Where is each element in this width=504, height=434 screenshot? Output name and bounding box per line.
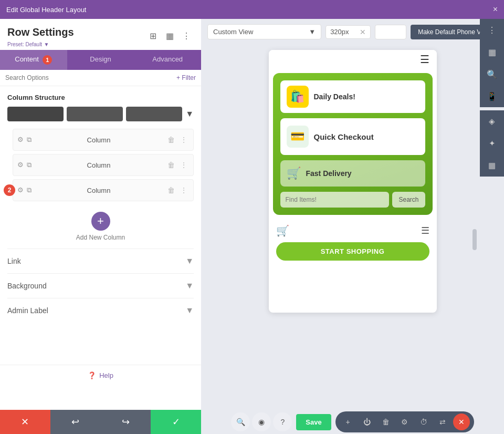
preview-bottom-bar: 🔍 ◉ ? Save + ⏻ 🗑 ⚙ ⏱ ⇄ ✕ [201,410,504,434]
find-items-field[interactable]: Find Items! [280,192,390,208]
gear-icon-3[interactable]: ⚙ [17,186,24,194]
confirm-button[interactable]: ✓ [151,410,201,434]
grid-icon[interactable]: ▦ [162,28,177,43]
rsb-special-2[interactable]: ✦ [480,132,504,154]
column-row-1: ⚙ ⧉ Column 🗑 ⋮ [13,129,194,151]
help-bar[interactable]: ❓ Help [0,365,201,386]
accordion-link[interactable]: Link ▼ [7,249,194,273]
column-structure-selector: ▼ [7,107,194,121]
footer-menu-icon: ☰ [421,225,429,236]
pbb-layers-btn[interactable]: ◉ [252,412,271,431]
hamburger-icon[interactable]: ☰ [420,53,429,66]
adb-add-btn[interactable]: + [340,414,356,430]
title-bar-label: Edit Global Header Layout [6,6,86,14]
rsb-bottom: ◈ ✦ ▦ [480,110,504,177]
badge-2: 2 [4,184,15,196]
more-icon-3[interactable]: ⋮ [178,185,189,195]
save-button[interactable]: Save [296,414,331,430]
pbb-icon-group: 🔍 ◉ ? [231,412,292,431]
accordion-admin-label[interactable]: Admin Label ▼ [7,298,194,323]
content-tab-badge: 1 [43,55,52,65]
delivery-label: Fast Delivery [306,169,352,178]
footer-cart-icon: 🛒 [276,224,289,237]
start-shopping-button[interactable]: START SHOPPING [276,242,429,261]
add-new-column[interactable]: + Add New Column [7,204,194,249]
rsb-special-1[interactable]: ◈ [480,110,504,132]
adb-power-btn[interactable]: ⏻ [359,414,375,430]
tabs-bar: Content 1 Design Advanced [0,50,201,70]
add-col-icon: + [91,212,110,231]
quick-checkout-row: 💳 Quick Checkout [280,118,425,155]
rsb-search-icon[interactable]: 🔍 [480,63,504,85]
preview-area: ☰ 🛍️ Daily Deals! 💳 Quick Checkout 🛒 Fas… [201,45,504,434]
preset-dropdown[interactable]: Preset: Default ▼ [7,40,74,48]
adb-history-btn[interactable]: ⏱ [415,414,432,430]
adb-settings-btn[interactable]: ⚙ [396,414,413,430]
rsb-special-3[interactable]: ▦ [480,154,504,177]
action-bar-dark: + ⏻ 🗑 ⚙ ⏱ ⇄ ✕ [335,411,474,432]
rsb-grid-icon[interactable]: ▦ [480,41,504,63]
more-icon[interactable]: ⋮ [179,28,194,43]
tab-advanced[interactable]: Advanced [134,50,201,70]
accordion-arrow-link: ▼ [185,256,194,266]
search-input[interactable] [5,74,176,81]
copy-icon-1[interactable]: ⧉ [27,136,32,144]
left-panel: Row Settings Preset: Default ▼ ⊞ ▦ ⋮ Con… [0,19,201,410]
accordion-arrow-bg: ▼ [185,281,194,291]
px-input[interactable] [330,28,356,36]
adb-equalizer-btn[interactable]: ⇄ [434,414,451,430]
accordion-background[interactable]: Background ▼ [7,273,194,298]
col-arrow-icon[interactable]: ▼ [185,109,194,119]
panel-content: Column Structure ▼ ⚙ ⧉ Column 🗑 ⋮ [0,86,201,410]
tab-design[interactable]: Design [67,50,134,70]
accordion-arrow-admin: ▼ [185,306,194,315]
col-btn-2[interactable] [67,107,123,121]
gear-icon-2[interactable]: ⚙ [17,161,24,169]
daily-deals-row: 🛍️ Daily Deals! [280,80,425,113]
drag-handle-right[interactable] [472,229,477,250]
fast-delivery-row: 🛒 Fast Delivery [280,160,425,187]
expand-icon[interactable]: ⊞ [145,28,160,43]
daily-deals-label: Daily Deals! [314,92,355,101]
undo-button[interactable]: ↩ [50,410,101,434]
search-button-small[interactable]: Search [392,192,425,208]
px-extra-input[interactable] [375,25,406,39]
column-row-2: ⚙ ⧉ Column 🗑 ⋮ [13,154,194,176]
pbb-help-btn[interactable]: ? [273,412,292,431]
trash-icon-3[interactable]: 🗑 [166,185,176,195]
pbb-search-btn[interactable]: 🔍 [231,412,250,431]
close-button[interactable]: ✕ [0,410,50,434]
device-frame: ☰ 🛍️ Daily Deals! 💳 Quick Checkout 🛒 Fas… [269,50,437,313]
more-icon-2[interactable]: ⋮ [178,160,189,170]
panel-header: Row Settings Preset: Default ▼ ⊞ ▦ ⋮ [0,19,201,50]
gear-icon-1[interactable]: ⚙ [17,136,24,144]
tab-content[interactable]: Content 1 [0,50,67,70]
custom-view-select[interactable]: Custom View ▼ [207,24,321,39]
column-structure-label: Column Structure [7,94,194,101]
rsb-more-icon[interactable]: ⋮ [480,19,504,41]
right-panel: Custom View ▼ ✕ Make Default Phone View … [201,19,504,434]
preview-toolbar: Custom View ▼ ✕ Make Default Phone View [201,19,504,45]
trash-icon-2[interactable]: 🗑 [166,160,176,170]
col-btn-1[interactable] [7,107,64,121]
col-btn-3[interactable] [126,107,182,121]
filter-button[interactable]: + Filter [176,74,196,81]
rsb-phone-icon[interactable]: 📱 [480,85,504,107]
delivery-icon: 🛒 [287,167,301,180]
device-footer: 🛒 ☰ [269,219,437,242]
more-icon-1[interactable]: ⋮ [178,135,189,145]
right-sidebar: ⋮ ▦ 🔍 📱 ◈ ✦ ▦ [480,19,504,434]
px-clear-icon[interactable]: ✕ [360,28,366,36]
copy-icon-3[interactable]: ⧉ [27,186,32,194]
redo-button[interactable]: ↪ [101,410,151,434]
adb-trash-btn[interactable]: 🗑 [377,414,394,430]
accordion: Link ▼ Background ▼ Admin Label ▼ [7,249,194,323]
title-bar: Edit Global Header Layout × [0,0,504,19]
trash-icon-1[interactable]: 🗑 [166,135,176,145]
adb-close-btn[interactable]: ✕ [453,414,470,430]
bottom-bar-left: ✕ ↩ ↪ ✓ [0,410,201,434]
checkout-label: Quick Checkout [314,132,374,141]
column-row-3-label: Column [32,187,166,194]
copy-icon-2[interactable]: ⧉ [27,161,32,169]
close-icon[interactable]: × [493,5,498,14]
